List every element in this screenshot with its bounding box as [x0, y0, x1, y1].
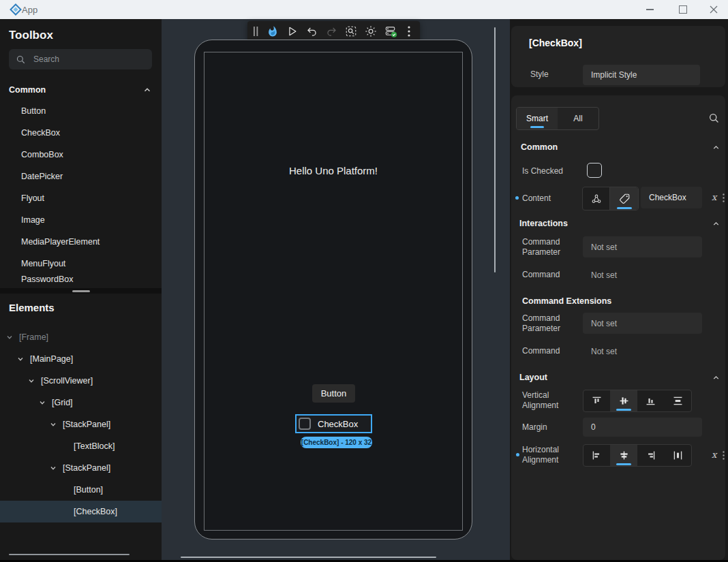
chevron-down-icon[interactable]	[5, 333, 14, 341]
tree-item-checkbox-selected[interactable]: [CheckBox]	[0, 501, 162, 522]
inspector-panel: [CheckBox] Style Smart All Common Is Che…	[510, 19, 728, 560]
halign-center-icon[interactable]	[610, 445, 637, 466]
command-parameter-input[interactable]	[583, 236, 702, 257]
more-options-icon[interactable]	[723, 451, 725, 460]
section-label: Common	[9, 85, 142, 95]
halign-right-icon[interactable]	[637, 445, 664, 466]
design-canvas[interactable]: Hello Uno Platform! Button CheckBox [Che…	[162, 19, 510, 560]
toolbox-item-menuflyout[interactable]: MenuFlyout	[0, 253, 162, 275]
halign-stretch-icon[interactable]	[664, 445, 691, 466]
elements-title: Elements	[9, 302, 55, 313]
panel-splitter[interactable]	[0, 288, 162, 294]
elements-horizontal-scrollbar[interactable]	[9, 554, 130, 555]
inspector-header-card: [CheckBox] Style	[511, 26, 725, 87]
style-input[interactable]	[583, 65, 700, 85]
vertical-alignment-label: Vertical Alignment	[522, 390, 579, 411]
window-titlebar: App	[0, 0, 728, 19]
valign-center-icon[interactable]	[610, 390, 637, 411]
toolbox-item-flyout[interactable]: Flyout	[0, 187, 162, 209]
xbind-icon[interactable]: x	[712, 450, 716, 460]
valign-stretch-icon[interactable]	[664, 390, 691, 411]
more-options-icon[interactable]	[401, 22, 416, 40]
drag-handle[interactable]	[251, 22, 262, 40]
chevron-up-icon[interactable]	[712, 373, 721, 382]
command-label: Command	[522, 270, 560, 280]
hot-reload-icon[interactable]	[264, 22, 282, 40]
command-label: Command	[522, 346, 560, 356]
toolbox-section-common[interactable]: Common	[0, 80, 162, 100]
preview-button[interactable]: Button	[312, 384, 355, 403]
section-common: Common	[521, 142, 558, 152]
chevron-down-icon[interactable]	[38, 399, 46, 407]
chevron-down-icon[interactable]	[49, 464, 57, 472]
tree-item-stackpanel-1[interactable]: [StackPanel]	[0, 413, 162, 435]
chevron-down-icon[interactable]	[16, 355, 25, 363]
toolbox-item-combobox[interactable]: ComboBox	[0, 144, 162, 166]
active-tab-underline	[530, 126, 544, 128]
margin-input[interactable]	[583, 418, 702, 437]
tree-item-button[interactable]: [Button]	[0, 479, 162, 501]
tree-item-textblock[interactable]: [TextBlock]	[0, 435, 162, 457]
inspector-title: [CheckBox]	[529, 37, 582, 48]
undo-icon[interactable]	[303, 22, 321, 40]
is-checked-checkbox[interactable]	[587, 163, 602, 178]
command-parameter-input[interactable]	[583, 313, 702, 334]
toolbox-item-datepicker[interactable]: DatePicker	[0, 166, 162, 187]
properties-search-icon[interactable]	[708, 112, 720, 124]
valign-top-icon[interactable]	[583, 390, 610, 411]
play-icon[interactable]	[284, 22, 301, 40]
chevron-up-icon[interactable]	[712, 143, 721, 152]
selection-size-badge: [CheckBox] - 120 x 32	[301, 437, 372, 448]
tree-item-scrollviewer[interactable]: [ScrollViewer]	[0, 370, 162, 392]
checkbox-glyph[interactable]	[299, 418, 311, 430]
splitter-grip[interactable]	[72, 290, 90, 292]
section-command-extensions: Command Extensions	[522, 296, 611, 306]
search-icon	[16, 54, 26, 65]
tab-smart[interactable]: Smart	[517, 108, 558, 129]
preview-textblock[interactable]: Hello Uno Platform!	[204, 165, 463, 176]
tree-item-stackpanel-2[interactable]: [StackPanel]	[0, 457, 162, 479]
tree-item-mainpage[interactable]: [MainPage]	[0, 348, 162, 370]
redo-icon[interactable]	[323, 22, 341, 40]
command-value[interactable]: Not set	[591, 347, 617, 356]
toolbox-item-button[interactable]: Button	[0, 100, 162, 122]
chevron-down-icon[interactable]	[49, 420, 57, 428]
command-value[interactable]: Not set	[591, 270, 617, 280]
inspector-tabs: Smart All	[516, 107, 599, 130]
literal-mode-tag-icon[interactable]	[610, 187, 638, 210]
tree-item-grid[interactable]: [Grid]	[0, 392, 162, 413]
preview-checkbox-selected[interactable]: CheckBox	[295, 414, 372, 433]
close-button[interactable]	[702, 2, 725, 17]
toolbox-item-image[interactable]: Image	[0, 209, 162, 231]
inspect-element-icon[interactable]	[342, 22, 360, 40]
app-logo-icon	[10, 3, 22, 16]
toolbox-item-mediaplayerelement[interactable]: MediaPlayerElement	[0, 231, 162, 253]
chevron-up-icon[interactable]	[142, 85, 152, 95]
more-options-icon[interactable]	[723, 193, 725, 202]
halign-left-icon[interactable]	[583, 445, 610, 466]
xbind-icon[interactable]: x	[712, 192, 716, 202]
binding-mode-icon[interactable]	[583, 187, 610, 210]
is-checked-label: Is Checked	[522, 166, 563, 176]
valign-bottom-icon[interactable]	[637, 390, 664, 411]
dev-server-connected-icon[interactable]	[382, 22, 399, 40]
toolbox-title: Toolbox	[9, 29, 53, 42]
maximize-button[interactable]	[671, 2, 695, 17]
chevron-down-icon[interactable]	[27, 377, 35, 385]
content-input[interactable]	[641, 187, 702, 208]
search-input[interactable]	[32, 54, 137, 65]
toolbox-item-checkbox[interactable]: CheckBox	[0, 122, 162, 144]
style-label: Style	[530, 69, 549, 80]
toolbox-item-passwordbox[interactable]: PasswordBox	[0, 275, 162, 288]
tab-all[interactable]: All	[558, 108, 598, 129]
tree-item-frame[interactable]: [Frame]	[0, 326, 162, 348]
canvas-horizontal-scrollbar[interactable]	[181, 557, 436, 558]
chevron-up-icon[interactable]	[712, 219, 721, 228]
toolbox-search[interactable]	[9, 49, 152, 69]
minimize-button[interactable]	[638, 2, 661, 17]
selected-underline	[616, 463, 631, 465]
device-screen[interactable]	[204, 52, 463, 531]
theme-toggle-icon[interactable]	[362, 22, 380, 40]
section-layout: Layout	[519, 373, 547, 382]
canvas-vertical-scrollbar[interactable]	[494, 27, 496, 272]
